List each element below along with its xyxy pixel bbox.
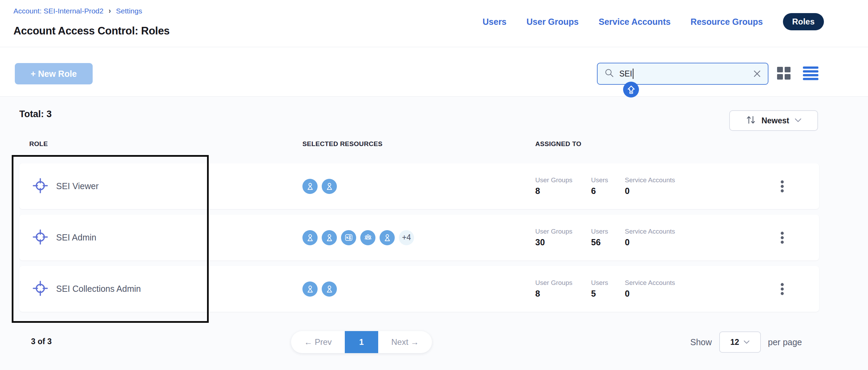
page-header: Account: SEI-Internal-Prod2 › Settings A… [0, 0, 868, 47]
page-size-select[interactable]: 12 [719, 331, 761, 353]
breadcrumb-settings-link[interactable]: Settings [116, 7, 142, 15]
row-menu-kebab-icon[interactable] [769, 283, 819, 295]
list-view-icon[interactable] [803, 66, 818, 82]
selected-resources-cell [302, 179, 535, 194]
user-groups-count: 8 [535, 289, 591, 299]
breadcrumb: Account: SEI-Internal-Prod2 › Settings [13, 7, 142, 15]
roles-page: Account: SEI-Internal-Prod2 › Settings A… [0, 0, 868, 370]
roles-list: SEI Viewer User Groups [19, 163, 819, 317]
service-accounts-count: 0 [625, 289, 675, 299]
tab-user-groups[interactable]: User Groups [527, 17, 579, 27]
users-count: 6 [591, 186, 625, 196]
role-cell: SEI Admin [19, 229, 302, 246]
row-menu-kebab-icon[interactable] [769, 232, 819, 244]
search-value: SEI [619, 69, 632, 79]
text-caret [633, 69, 633, 79]
toolbar: + New Role SEI [0, 47, 868, 97]
user-groups-label: User Groups [535, 176, 591, 184]
role-target-icon [33, 281, 48, 297]
prev-page-button[interactable]: ← Prev [291, 337, 345, 347]
assigned-to-cell: User Groups 30 Users 56 Service Accounts… [535, 228, 769, 247]
breadcrumb-chevron-icon: › [108, 7, 111, 15]
clear-search-icon[interactable] [753, 70, 761, 78]
users-label: Users [591, 176, 625, 184]
service-accounts-label: Service Accounts [625, 228, 675, 235]
page-title: Account Access Control: Roles [13, 25, 170, 37]
table-row[interactable]: SEI Collections Admin User G [19, 266, 819, 312]
role-target-icon [33, 178, 48, 195]
user-resource-icon [322, 179, 337, 194]
tab-roles-active[interactable]: Roles [783, 13, 824, 30]
users-count: 56 [591, 237, 625, 247]
tab-resource-groups[interactable]: Resource Groups [691, 17, 763, 27]
role-name: SEI Viewer [56, 181, 99, 191]
service-accounts-count: 0 [625, 186, 675, 196]
user-groups-label: User Groups [535, 228, 591, 235]
per-page-label: per page [768, 337, 802, 347]
chevron-down-icon [795, 117, 802, 124]
search-input[interactable]: SEI [597, 63, 768, 85]
user-resource-icon [302, 179, 318, 194]
table-row[interactable]: SEI Viewer User Groups [19, 163, 819, 209]
role-cell: SEI Viewer [19, 178, 302, 195]
users-count: 5 [591, 289, 625, 299]
sort-arrows-icon [746, 115, 756, 126]
role-name: SEI Collections Admin [56, 284, 141, 294]
row-menu-kebab-icon[interactable] [769, 180, 819, 193]
sort-value: Newest [762, 116, 789, 125]
column-selected-resources: SELECTED RESOURCES [302, 140, 535, 148]
service-accounts-count: 0 [625, 237, 675, 247]
access-control-tabs: Users User Groups Service Accounts Resou… [483, 13, 824, 30]
role-name: SEI Admin [56, 233, 96, 243]
service-accounts-label: Service Accounts [625, 279, 675, 287]
user-resource-icon [322, 230, 337, 245]
role-cell: SEI Collections Admin [19, 281, 302, 297]
grid-view-icon[interactable] [777, 67, 791, 81]
next-page-button[interactable]: Next → [378, 337, 432, 347]
results-summary: 3 of 3 [31, 337, 52, 346]
chevron-down-icon [744, 339, 750, 345]
selected-resources-cell [302, 281, 535, 297]
user-group-resource-icon [360, 230, 375, 245]
users-label: Users [591, 228, 625, 235]
column-assigned-to: ASSIGNED TO [535, 140, 769, 148]
table-row[interactable]: SEI Admin [19, 215, 819, 260]
resource-overflow-badge: +4 [399, 230, 414, 245]
new-role-button[interactable]: + New Role [15, 63, 93, 84]
user-resource-icon [380, 230, 395, 245]
show-label: Show [690, 337, 712, 347]
user-resource-icon [302, 230, 318, 245]
role-target-icon [33, 229, 48, 246]
assigned-to-cell: User Groups 8 Users 6 Service Accounts 0 [535, 176, 769, 196]
current-page-button[interactable]: 1 [345, 331, 378, 353]
breadcrumb-account-link[interactable]: Account: SEI-Internal-Prod2 [13, 7, 103, 15]
page-size-value: 12 [730, 338, 739, 347]
user-groups-count: 8 [535, 186, 591, 196]
tab-service-accounts[interactable]: Service Accounts [599, 17, 671, 27]
user-resource-icon [302, 281, 318, 297]
users-label: Users [591, 279, 625, 287]
user-groups-label: User Groups [535, 279, 591, 287]
selected-resources-cell: +4 [302, 230, 535, 245]
user-groups-count: 30 [535, 237, 591, 247]
pagination: ← Prev 1 Next → [291, 331, 432, 353]
tab-users[interactable]: Users [483, 17, 507, 27]
table-header-row: ROLE SELECTED RESOURCES ASSIGNED TO [19, 140, 819, 148]
column-role: ROLE [19, 140, 302, 148]
user-resource-icon [322, 281, 337, 297]
assigned-to-cell: User Groups 8 Users 5 Service Accounts 0 [535, 279, 769, 299]
total-count: Total: 3 [19, 109, 52, 120]
caps-lock-cursor-badge [623, 82, 639, 97]
dashboard-resource-icon [341, 230, 356, 245]
sort-dropdown[interactable]: Newest [729, 110, 818, 131]
roles-list-section: Total: 3 Newest ROLE SELECTED RESOURCES [0, 97, 868, 370]
search-icon [604, 68, 614, 79]
page-size-control: Show 12 per page [690, 331, 802, 353]
service-accounts-label: Service Accounts [625, 176, 675, 184]
